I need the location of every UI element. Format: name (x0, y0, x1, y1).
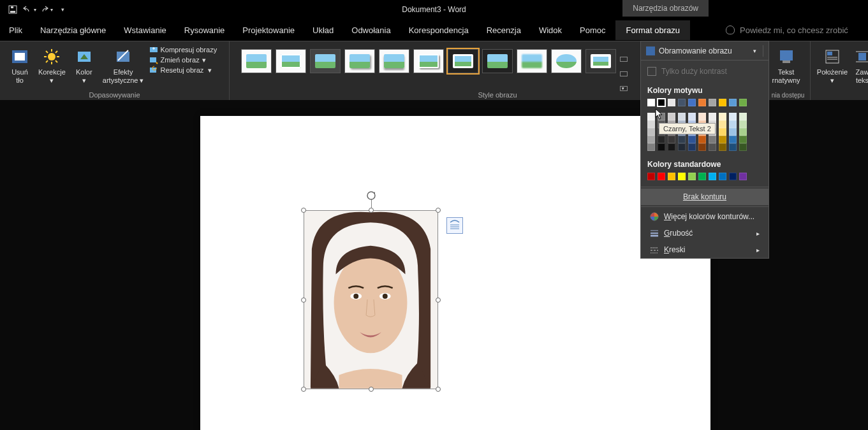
tab-review[interactable]: Recenzja (487, 25, 521, 35)
style-thumb-6[interactable] (413, 49, 444, 73)
theme-swatch[interactable] (719, 99, 726, 106)
shade-swatch[interactable] (739, 113, 747, 120)
shade-swatch[interactable] (729, 136, 737, 143)
resize-handle-mr[interactable] (436, 297, 441, 303)
tab-help[interactable]: Pomoc (580, 25, 605, 35)
style-thumb-1[interactable] (241, 49, 272, 73)
shade-swatch[interactable] (668, 136, 675, 143)
remove-background-button[interactable]: Usuńtło (6, 44, 33, 85)
shade-swatch[interactable] (729, 128, 737, 136)
shade-swatch[interactable] (719, 120, 726, 128)
tab-mailings[interactable]: Korespondencja (409, 25, 469, 35)
standard-swatch[interactable] (658, 173, 665, 180)
change-picture-button[interactable]: Zmień obraz ▾ (149, 55, 217, 64)
style-thumb-2[interactable] (276, 49, 306, 73)
shade-swatch[interactable] (709, 143, 716, 151)
shade-swatch[interactable] (719, 136, 726, 143)
theme-swatch[interactable] (709, 99, 716, 106)
tab-draw[interactable]: Rysowanie (184, 25, 225, 35)
artistic-effects-button[interactable]: Efektyartystyczne ▾ (103, 44, 144, 85)
shade-swatch[interactable] (729, 120, 737, 128)
standard-swatch[interactable] (719, 173, 726, 180)
resize-handle-br[interactable] (436, 387, 441, 392)
rotate-handle[interactable] (366, 190, 376, 201)
shade-swatch[interactable] (647, 120, 655, 128)
high-contrast-checkbox[interactable]: Tylko duży kontrast (641, 61, 769, 82)
no-outline-item[interactable]: Brak konturu (641, 189, 769, 205)
shade-swatch[interactable] (658, 143, 665, 151)
shade-swatch[interactable] (739, 136, 747, 143)
theme-swatch[interactable] (739, 99, 747, 106)
style-thumb-5[interactable] (379, 49, 409, 73)
shade-swatch[interactable] (688, 113, 696, 120)
shade-swatch[interactable] (678, 136, 686, 143)
shade-swatch[interactable] (658, 113, 665, 120)
shade-swatch[interactable] (668, 113, 675, 120)
shade-swatch[interactable] (678, 113, 686, 120)
shade-swatch[interactable] (719, 113, 726, 120)
tab-design[interactable]: Projektowanie (242, 25, 295, 35)
resize-handle-tl[interactable] (301, 208, 306, 213)
dropdown-header-button[interactable]: Obramowanie obrazu ▾ (641, 41, 769, 61)
shade-swatch[interactable] (668, 143, 675, 151)
shade-swatch[interactable] (719, 128, 726, 136)
shade-swatch[interactable] (739, 128, 747, 136)
style-thumb-3[interactable] (310, 49, 341, 73)
theme-swatch[interactable] (668, 99, 675, 106)
style-thumb-4[interactable] (344, 49, 375, 73)
style-thumb-11[interactable] (585, 49, 616, 73)
tab-home[interactable]: Narzędzia główne (40, 25, 106, 35)
shade-swatch[interactable] (678, 143, 686, 151)
tab-references[interactable]: Odwołania (351, 25, 390, 35)
tab-layout[interactable]: Układ (313, 25, 334, 35)
corrections-button[interactable]: Korekcje▾ (38, 44, 66, 85)
layout-options-button[interactable] (446, 217, 463, 234)
shade-swatch[interactable] (739, 143, 747, 151)
weight-submenu[interactable]: Grubość ▸ (641, 225, 769, 241)
theme-swatch[interactable] (698, 99, 706, 106)
shade-swatch[interactable] (647, 128, 655, 136)
tab-insert[interactable]: Wstawianie (124, 25, 166, 35)
shade-swatch[interactable] (658, 136, 665, 143)
resize-handle-mt[interactable] (369, 208, 374, 213)
theme-swatch[interactable] (647, 99, 655, 106)
save-button[interactable] (5, 2, 20, 17)
position-button[interactable]: Położenie▾ (817, 44, 848, 85)
shade-swatch[interactable] (729, 113, 737, 120)
resize-handle-bl[interactable] (301, 387, 306, 392)
resize-handle-tr[interactable] (436, 208, 441, 213)
shade-swatch[interactable] (709, 136, 716, 143)
style-thumb-7[interactable] (448, 49, 478, 73)
wrap-text-button[interactable]: Zawteks (853, 44, 868, 85)
tab-format[interactable]: Format obrazu (615, 20, 690, 40)
redo-button[interactable]: ▾ (38, 2, 54, 17)
shade-swatch[interactable] (729, 143, 737, 151)
page[interactable] (200, 116, 710, 430)
shade-swatch[interactable] (647, 143, 655, 151)
shade-swatch[interactable] (698, 136, 706, 143)
standard-swatch[interactable] (709, 173, 716, 180)
theme-swatch[interactable] (688, 99, 696, 106)
standard-swatch[interactable] (698, 173, 706, 180)
undo-button[interactable]: ▾ (22, 2, 37, 17)
theme-swatch[interactable] (729, 99, 737, 106)
standard-swatch[interactable] (668, 173, 675, 180)
tell-me-search[interactable]: Powiedz mi, co chcesz zrobić (726, 25, 848, 35)
shade-swatch[interactable] (647, 113, 655, 120)
tab-file[interactable]: Plik (9, 25, 22, 35)
standard-swatch[interactable] (688, 173, 696, 180)
shade-swatch[interactable] (688, 136, 696, 143)
standard-swatch[interactable] (678, 173, 686, 180)
tab-view[interactable]: Widok (539, 25, 562, 35)
shade-swatch[interactable] (709, 113, 716, 120)
color-button[interactable]: Kolor▾ (71, 44, 98, 85)
shade-swatch[interactable] (698, 143, 706, 151)
resize-handle-mb[interactable] (369, 387, 374, 392)
customize-qat-button[interactable]: ▾ (55, 2, 70, 17)
standard-swatch[interactable] (739, 173, 747, 180)
selected-picture[interactable] (304, 210, 438, 389)
compress-pictures-button[interactable]: Kompresuj obrazy (149, 45, 217, 54)
dashes-submenu[interactable]: Kreski ▸ (641, 241, 769, 258)
shade-swatch[interactable] (698, 113, 706, 120)
theme-swatch[interactable] (658, 99, 665, 106)
